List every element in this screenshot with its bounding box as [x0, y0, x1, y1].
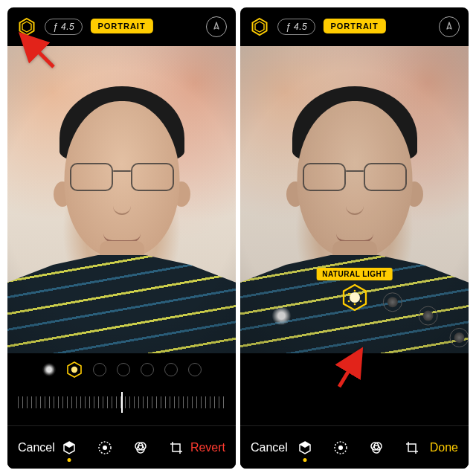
- top-bar: ƒ 4.5 PORTRAIT: [7, 7, 236, 46]
- portrait-lighting-icon: [62, 440, 77, 455]
- svg-point-14: [350, 292, 360, 303]
- adjust-tool[interactable]: [97, 440, 113, 456]
- lighting-option[interactable]: [141, 363, 154, 376]
- markup-icon: [211, 22, 222, 32]
- lighting-option-selected[interactable]: [340, 283, 370, 312]
- vignette: [7, 46, 236, 353]
- markup-icon: [444, 22, 454, 32]
- edit-panel: Cancel: [7, 353, 236, 469]
- markup-button[interactable]: [206, 16, 227, 37]
- crop-icon: [169, 440, 184, 455]
- slider-handle[interactable]: [121, 392, 123, 413]
- lighting-option-selected[interactable]: [66, 361, 83, 378]
- lighting-hex-icon: [250, 17, 269, 36]
- lighting-option[interactable]: [188, 363, 202, 376]
- adjust-icon: [333, 440, 348, 455]
- portrait-badge: PORTRAIT: [323, 19, 385, 33]
- svg-point-20: [347, 293, 350, 295]
- svg-point-24: [338, 446, 343, 450]
- crop-tool[interactable]: [168, 440, 184, 456]
- adjust-icon: [97, 440, 112, 455]
- lighting-option[interactable]: [117, 363, 130, 376]
- lighting-label: NATURAL LIGHT: [316, 268, 393, 280]
- cancel-button[interactable]: Cancel: [18, 441, 55, 454]
- filters-tool[interactable]: [368, 440, 385, 456]
- svg-point-17: [359, 300, 361, 303]
- lighting-option[interactable]: [164, 363, 178, 376]
- lighting-hex-button[interactable]: [16, 16, 37, 37]
- svg-marker-1: [22, 22, 31, 32]
- aperture-pill[interactable]: ƒ 4.5: [277, 19, 315, 35]
- filters-icon: [369, 440, 384, 455]
- svg-point-7: [103, 446, 107, 450]
- svg-marker-22: [300, 442, 310, 448]
- done-button[interactable]: Done: [430, 441, 458, 454]
- bottom-toolbar: Cancel: [240, 425, 469, 469]
- lighting-option[interactable]: [271, 306, 291, 326]
- svg-point-15: [353, 290, 356, 292]
- portrait-lighting-tool[interactable]: [61, 440, 77, 456]
- edit-panel: Cancel: [240, 353, 469, 469]
- markup-button[interactable]: [439, 16, 460, 37]
- svg-point-19: [347, 300, 350, 303]
- svg-marker-12: [255, 22, 264, 32]
- aperture-pill[interactable]: ƒ 4.5: [45, 19, 83, 35]
- lighting-option[interactable]: [449, 328, 469, 347]
- portrait-lighting-tool[interactable]: [297, 440, 313, 456]
- revert-button[interactable]: Revert: [190, 441, 225, 454]
- svg-point-18: [353, 303, 356, 306]
- intensity-slider[interactable]: [18, 389, 225, 416]
- lighting-hex-icon: [17, 17, 36, 36]
- lighting-option[interactable]: [382, 292, 402, 312]
- crop-tool[interactable]: [404, 440, 420, 456]
- portrait-lighting-icon: [298, 440, 312, 455]
- filters-tool[interactable]: [132, 440, 149, 456]
- tool-icons: [288, 440, 430, 456]
- bottom-toolbar: Cancel: [7, 425, 236, 469]
- lighting-option[interactable]: [418, 306, 437, 326]
- tool-icons: [55, 440, 190, 456]
- cancel-button[interactable]: Cancel: [251, 441, 288, 454]
- lighting-option[interactable]: [93, 363, 106, 376]
- svg-point-16: [359, 293, 361, 295]
- top-bar: ƒ 4.5 PORTRAIT: [240, 7, 469, 46]
- screenshot-left: ƒ 4.5 PORTRAIT: [7, 7, 236, 469]
- lighting-hex-button[interactable]: [249, 16, 270, 37]
- adjust-tool[interactable]: [332, 440, 349, 456]
- lighting-option[interactable]: [42, 363, 56, 376]
- filters-icon: [133, 440, 148, 455]
- lighting-options-row: [7, 353, 236, 386]
- svg-point-3: [71, 367, 77, 373]
- svg-marker-5: [64, 442, 74, 448]
- screenshot-right: ƒ 4.5 PORTRAIT NATURAL LIGHT: [240, 7, 469, 469]
- crop-icon: [405, 440, 419, 455]
- portrait-badge: PORTRAIT: [90, 19, 152, 33]
- photo-preview[interactable]: [7, 46, 236, 353]
